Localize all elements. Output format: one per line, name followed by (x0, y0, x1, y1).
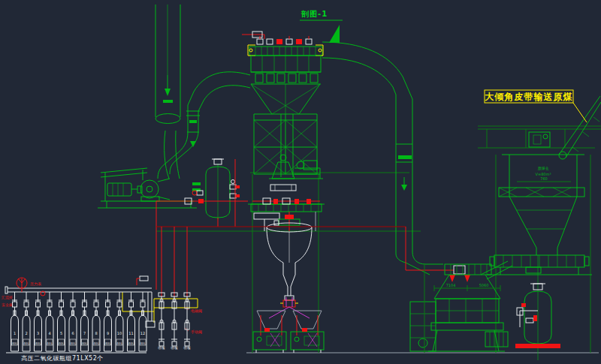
nozzle-label: 喷嘴 (159, 346, 166, 350)
bin-dim-label: 760 (540, 176, 548, 181)
cylinder-number: 12 (140, 331, 145, 335)
cylinder-tag: 40L (116, 341, 122, 345)
nozzle-label: 喷嘴 (184, 346, 192, 350)
gas-cylinder: 11 40L (128, 292, 135, 351)
cylinder-number: 9 (107, 331, 109, 335)
cylinder-number: 11 (128, 331, 133, 335)
relief-label: 安全阀 (2, 302, 13, 308)
cylinder-tag: 40L (23, 341, 29, 345)
gas-cylinder: 5 40L (58, 292, 65, 351)
manual-valve-label: 手动阀 (191, 329, 202, 335)
valve-stand: 喷嘴 (159, 227, 166, 350)
dim-label: 7104 (446, 283, 456, 287)
cylinder-tag: 40L (35, 341, 41, 345)
gas-cylinder: 3 40L (35, 292, 42, 351)
bin-text-1: 原煤仓 (538, 166, 549, 170)
gas-cylinder: 1 40L (11, 292, 19, 351)
twin-feeders (253, 328, 324, 353)
cylinder-number: 3 (37, 331, 39, 335)
cylinder-tag: 40L (140, 341, 146, 345)
cylinder-number: 1 (14, 331, 16, 335)
bag-filter (242, 32, 323, 177)
gas-cylinder: 8 40L (92, 292, 100, 351)
cylinder-tag: 40L (105, 341, 111, 345)
belt-conveyor (559, 96, 601, 159)
solenoid-label: 电磁阀 (191, 308, 202, 314)
conveyor-label: 大倾角皮带输送原煤 (485, 92, 573, 102)
view-label: 剖图-1 (300, 10, 328, 18)
cylinder-tag: 40L (12, 341, 18, 345)
cylinder-number: 8 (95, 331, 97, 335)
raw-coal-bin: 原煤仓 V=80m³ 760 (481, 132, 592, 279)
cad-viewport[interactable]: 7104 5060 原煤仓 V=80m³ 760 (0, 0, 601, 364)
valve-stand: 喷嘴 (184, 227, 192, 350)
pressure-vessel-right (515, 255, 560, 360)
gas-cylinder: 7 40L (81, 292, 89, 351)
cylinder-tag: 40L (47, 341, 53, 345)
manifold-label: 汇流排 (2, 295, 13, 300)
vertical-mill: 7104 5060 (410, 264, 508, 353)
cylinder-number: 4 (48, 331, 50, 335)
classifier-platform (248, 155, 325, 231)
cad-canvas[interactable]: 7104 5060 原煤仓 V=80m³ 760 (0, 0, 601, 364)
gas-cylinder: 4 40L (46, 292, 53, 351)
exhaust-stack (156, 5, 180, 124)
co2-cylinder-rack: 压力表 汇流排 安全阀 40L 1 40L (2, 278, 155, 353)
gauge-label: 压力表 (30, 281, 41, 286)
annotations: 剖图-1 大倾角皮带输送原煤 高压二氧化碳瓶组71LX52个 (21, 10, 587, 362)
gas-cylinder: 6 40L (69, 292, 77, 351)
cylinder-number: 2 (25, 331, 27, 335)
gas-cylinder: 9 40L (104, 292, 112, 351)
cylinder-tag: 40L (128, 341, 134, 345)
drawing-caption: 高压二氧化碳瓶组71LX52个 (21, 355, 104, 362)
valve-stand: 喷嘴 (171, 227, 179, 350)
cylinder-tag: 40L (93, 341, 99, 345)
dim-label: 5060 (479, 283, 489, 287)
cylinder-tag: 40L (70, 341, 76, 345)
pulse-valves (257, 36, 312, 44)
cylinder-tag: 40L (59, 341, 65, 345)
valve-stands: 电磁阀 手动阀 喷嘴 喷嘴 (159, 227, 203, 350)
main-duct (322, 42, 443, 275)
cylinder-number: 6 (71, 331, 74, 335)
nozzle-label: 喷嘴 (171, 346, 179, 350)
cylinder-tag: 40L (82, 341, 88, 345)
fan-outlet-duct (165, 25, 340, 179)
cylinder-number: 10 (117, 331, 122, 335)
gas-cylinder: 2 40L (23, 292, 30, 351)
fan-inlet-duct (158, 72, 250, 179)
cylinder-number: 5 (60, 331, 62, 335)
cylinder-number: 7 (83, 331, 86, 335)
